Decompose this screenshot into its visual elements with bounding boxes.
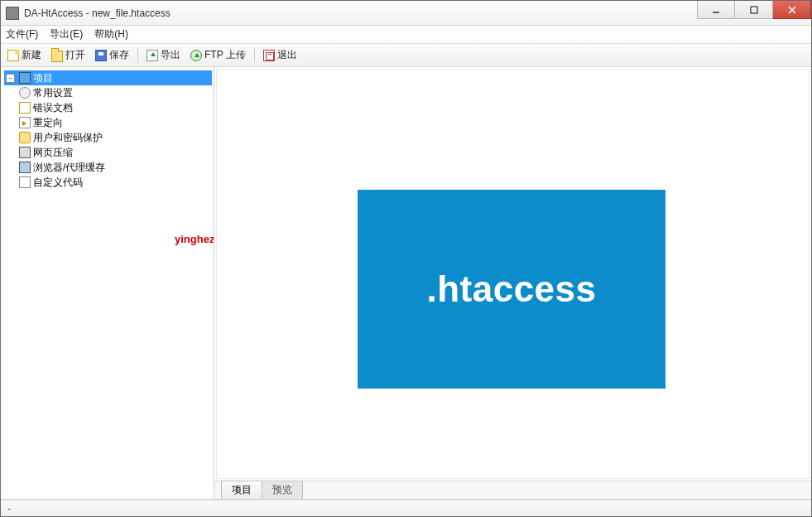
menu-file[interactable]: 文件(F) [6,27,38,41]
tree-item-errordocs[interactable]: 错误文档 [17,100,212,115]
menu-help[interactable]: 帮助(H) [94,27,128,41]
toolbar-separator [137,48,138,63]
maximize-button[interactable] [735,1,773,19]
cache-icon [19,162,31,173]
content-area: .htaccess 项目 预览 [214,67,811,499]
tree-item-cache[interactable]: 浏览器/代理缓存 [17,160,212,175]
menu-export[interactable]: 导出(E) [50,27,83,41]
tb-new-label: 新建 [22,48,41,62]
open-folder-icon [51,51,63,62]
tb-open-label: 打开 [65,48,85,62]
titlebar: DA-HtAccess - new_file.htaccess [1,1,811,26]
redirect-icon [19,117,31,128]
tree-item-label: 用户和密码保护 [33,131,103,145]
tb-ftp[interactable]: FTP 上传 [187,46,249,64]
save-icon [95,50,107,61]
window-buttons [697,1,811,25]
tree-item-auth[interactable]: 用户和密码保护 [17,130,212,145]
tb-exit-label: 退出 [277,48,297,62]
sidebar: − 项目 常用设置 错误文档 重定向 用户和密码保护 网页压缩 浏览器/代理缓存… [1,67,214,499]
tb-export[interactable]: 导出 [143,46,184,64]
tab-preview[interactable]: 预览 [262,481,303,499]
toolbar-separator [254,48,255,63]
maximize-icon [750,6,758,14]
collapse-icon[interactable]: − [6,74,15,83]
tree-item-label: 重定向 [33,116,63,130]
tree-item-custom[interactable]: 自定义代码 [17,175,212,190]
tree-item-label: 错误文档 [33,101,73,115]
minimize-icon [712,6,720,14]
canvas: .htaccess [216,69,810,479]
app-window: DA-HtAccess - new_file.htaccess 文件(F) 导出… [0,0,812,517]
export-icon [147,50,158,61]
document-icon [19,102,31,114]
tree: − 项目 常用设置 错误文档 重定向 用户和密码保护 网页压缩 浏览器/代理缓存… [2,70,212,190]
tb-new[interactable]: 新建 [4,46,45,64]
tree-root-label: 项目 [33,71,53,85]
statusbar: - [1,500,811,516]
tab-project[interactable]: 项目 [221,481,262,499]
close-icon [788,6,796,14]
status-text: - [7,503,11,515]
watermark: yinghezhan.com [175,233,214,245]
tb-export-label: 导出 [161,48,180,62]
code-icon [19,176,31,188]
compress-icon [19,147,31,158]
logo-block: .htaccess [358,190,665,389]
exit-icon [263,50,275,61]
lock-icon [19,132,31,143]
app-icon [6,7,19,20]
bottom-tabs: 项目 预览 [214,481,811,499]
tree-root[interactable]: − 项目 [4,70,212,85]
tree-item-label: 浏览器/代理缓存 [33,161,105,175]
tb-save-label: 保存 [109,48,129,62]
tree-item-compress[interactable]: 网页压缩 [17,145,212,160]
tree-item-label: 自定义代码 [33,176,83,190]
project-icon [19,72,31,84]
window-title: DA-HtAccess - new_file.htaccess [24,7,697,19]
tree-item-label: 网页压缩 [33,146,73,160]
tb-save[interactable]: 保存 [92,46,132,64]
tree-item-label: 常用设置 [33,86,73,100]
menubar: 文件(F) 导出(E) 帮助(H) [1,26,811,44]
minimize-button[interactable] [697,1,735,19]
close-button[interactable] [773,1,811,19]
body: − 项目 常用设置 错误文档 重定向 用户和密码保护 网页压缩 浏览器/代理缓存… [1,67,811,500]
tree-item-general[interactable]: 常用设置 [17,85,212,100]
tree-item-redirect[interactable]: 重定向 [17,115,212,130]
new-file-icon [7,50,19,61]
logo-text: .htaccess [426,268,596,310]
gear-icon [19,87,31,99]
svg-rect-1 [751,7,757,13]
tb-open[interactable]: 打开 [48,46,89,64]
tb-ftp-label: FTP 上传 [204,48,246,62]
ftp-upload-icon [190,50,202,61]
tb-exit[interactable]: 退出 [260,46,300,64]
toolbar: 新建 打开 保存 导出 FTP 上传 退出 [1,44,811,67]
